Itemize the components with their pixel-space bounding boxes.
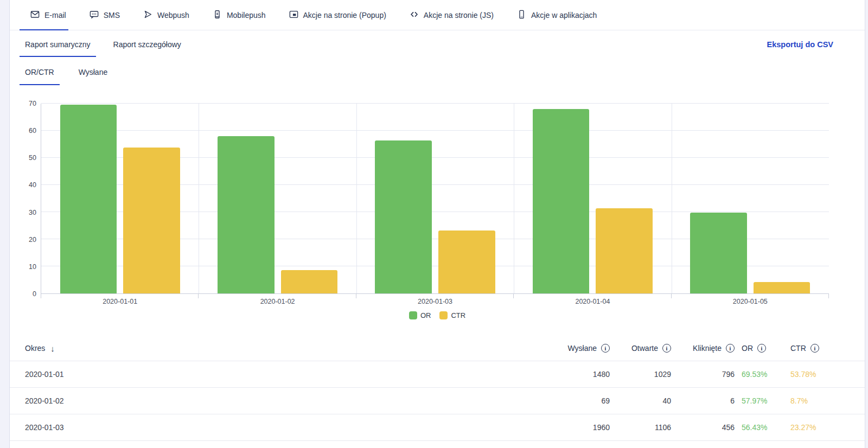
cell-wyslane: 1960	[545, 423, 610, 432]
column-header-or[interactable]: ORi	[735, 344, 783, 353]
y-axis: 010203040506070	[10, 104, 41, 294]
table-body: 2020-01-011480102979669.53%53.78%2020-01…	[10, 361, 865, 441]
tab-wyslane[interactable]: Wysłane	[73, 58, 113, 86]
envelope-icon	[30, 9, 40, 21]
tab-sms[interactable]: SMS	[89, 0, 120, 30]
legend-item-ctr[interactable]: CTR	[439, 311, 465, 319]
column-label: Kliknięte	[693, 344, 722, 353]
legend-label: OR	[420, 311, 431, 319]
column-label: Otwarte	[631, 344, 658, 353]
cell-or: 56.43%	[735, 423, 783, 432]
cell-or: 69.53%	[735, 370, 783, 379]
cell-okres: 2020-01-03	[25, 423, 545, 432]
column-header-kliknite[interactable]: Klikniętei	[671, 344, 735, 353]
bar-or	[533, 109, 590, 293]
x-axis-tick	[356, 293, 356, 298]
bar-group	[199, 104, 356, 293]
popup-window-icon	[289, 9, 299, 21]
tab-mobilepush[interactable]: Mobilepush	[212, 0, 266, 30]
y-tick-label: 30	[29, 209, 36, 216]
column-header-wysane[interactable]: Wysłanei	[545, 344, 610, 353]
table-header: Okres↓WysłaneiOtwarteiKliknięteiORiCTRi	[10, 336, 865, 361]
send-triangle-icon	[143, 9, 153, 21]
info-icon[interactable]: i	[810, 344, 819, 353]
code-brackets-icon	[409, 9, 419, 21]
cell-wyslane: 69	[545, 396, 610, 405]
bar-group	[356, 104, 514, 293]
bar-or	[218, 136, 275, 293]
bar-or	[375, 140, 432, 293]
tab-label: Akcje na stronie (JS)	[424, 11, 494, 20]
x-axis-labels: 2020-01-012020-01-022020-01-032020-01-04…	[41, 298, 865, 305]
table-row: 2020-01-026940657.97%8.7%	[10, 388, 865, 414]
y-tick-label: 0	[33, 290, 36, 298]
bar-ctr	[281, 270, 338, 294]
sort-desc-icon[interactable]: ↓	[50, 344, 55, 353]
bar-ctr	[754, 282, 810, 293]
cell-klikniete: 796	[671, 370, 735, 379]
cell-okres: 2020-01-01	[25, 370, 545, 379]
tab-akcje-aplikacje[interactable]: Akcje w aplikacjach	[516, 0, 597, 30]
tab-akcje-js[interactable]: Akcje na stronie (JS)	[409, 0, 494, 30]
phone-list-icon	[212, 9, 222, 21]
export-csv-link[interactable]: Eksportuj do CSV	[767, 30, 833, 58]
chart-legend: ORCTR	[10, 311, 865, 319]
y-tick-label: 60	[29, 127, 36, 135]
x-axis-tick	[41, 293, 41, 298]
x-tick-label: 2020-01-03	[356, 298, 514, 305]
tab-label: Raport szczegółowy	[113, 40, 181, 49]
info-icon[interactable]: i	[662, 344, 671, 353]
tab-label: Akcje w aplikacjach	[531, 11, 597, 20]
cell-or: 57.97%	[735, 396, 783, 405]
cell-ctr: 23.27%	[783, 423, 820, 432]
info-icon[interactable]: i	[726, 344, 735, 353]
x-axis-tick	[513, 293, 514, 298]
column-header-ctr[interactable]: CTRi	[783, 344, 820, 353]
column-label: OR	[742, 344, 753, 353]
bar-ctr	[596, 208, 653, 294]
tab-label: E-mail	[44, 11, 66, 20]
legend-item-or[interactable]: OR	[409, 311, 431, 319]
info-icon[interactable]: i	[757, 344, 766, 353]
cell-otwarte: 1029	[610, 370, 671, 379]
report-card: E-mail SMS Webpush Mobilepush Akcje na s…	[9, 0, 865, 448]
column-label: Okres	[25, 344, 45, 353]
bar-or	[690, 213, 747, 293]
plot-area	[41, 104, 829, 294]
y-tick-label: 50	[29, 154, 36, 162]
table-row: 2020-01-031960110645656.43%23.27%	[10, 414, 865, 441]
channel-tab-bar: E-mail SMS Webpush Mobilepush Akcje na s…	[10, 0, 865, 30]
bar-ctr	[123, 148, 180, 293]
cell-otwarte: 40	[610, 396, 671, 405]
column-header-otwarte[interactable]: Otwartei	[610, 344, 671, 353]
bar-ctr	[438, 231, 495, 293]
bar-chart: 010203040506070	[10, 104, 865, 294]
report-tab-bar: Raport sumaryczny Raport szczegółowy Eks…	[10, 30, 865, 58]
x-tick-label: 2020-01-02	[199, 298, 356, 305]
info-icon[interactable]: i	[601, 344, 610, 353]
y-tick-label: 70	[29, 100, 36, 107]
tab-label: SMS	[104, 11, 120, 20]
tab-label: Webpush	[157, 11, 189, 20]
report-table: Okres↓WysłaneiOtwarteiKliknięteiORiCTRi …	[10, 336, 865, 441]
x-axis-tick	[198, 293, 199, 298]
metric-tab-bar: OR/CTR Wysłane	[10, 58, 865, 86]
tab-email[interactable]: E-mail	[30, 0, 66, 30]
x-tick-label: 2020-01-05	[672, 298, 829, 305]
table-row: 2020-01-011480102979669.53%53.78%	[10, 361, 865, 388]
tab-akcje-popup[interactable]: Akcje na stronie (Popup)	[289, 0, 386, 30]
legend-swatch	[439, 311, 448, 319]
tab-or-ctr[interactable]: OR/CTR	[20, 58, 60, 86]
cell-ctr: 53.78%	[783, 370, 820, 379]
bar-groups	[41, 104, 829, 293]
x-tick-label: 2020-01-01	[41, 298, 199, 305]
tab-label: OR/CTR	[25, 68, 54, 76]
tab-webpush[interactable]: Webpush	[143, 0, 189, 30]
tab-raport-szczegolowy[interactable]: Raport szczegółowy	[108, 30, 187, 58]
cell-klikniete: 6	[671, 396, 735, 405]
legend-swatch	[409, 311, 417, 319]
y-tick-label: 40	[29, 181, 36, 189]
tab-raport-sumaryczny[interactable]: Raport sumaryczny	[20, 30, 96, 58]
column-header-okres[interactable]: Okres↓	[25, 344, 545, 353]
sms-bubble-icon	[89, 9, 99, 21]
